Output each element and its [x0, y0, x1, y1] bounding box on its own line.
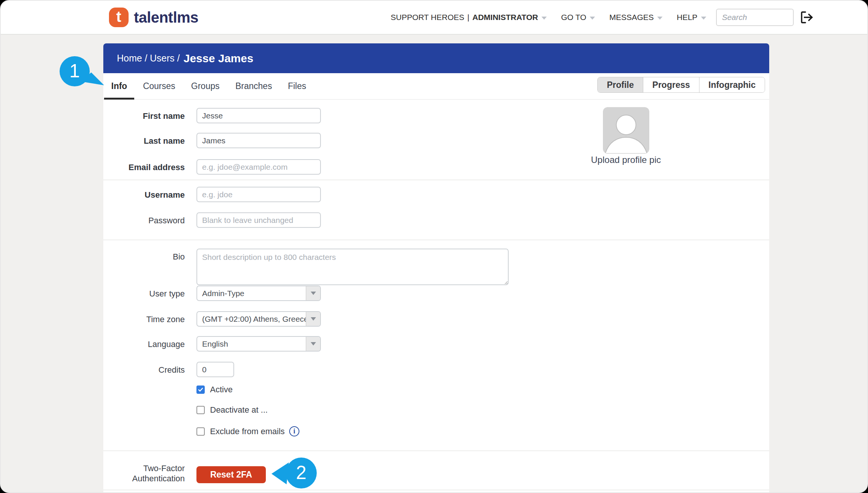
reset-2fa-button[interactable]: Reset 2FA: [196, 466, 266, 483]
active-checkbox-row[interactable]: Active: [196, 385, 233, 395]
credits-input[interactable]: [196, 362, 234, 377]
twofa-label-line2: Authentication: [103, 473, 185, 484]
section-divider: [103, 240, 769, 240]
logout-icon[interactable]: [800, 11, 814, 24]
username-input[interactable]: [196, 187, 321, 202]
section-divider: [103, 490, 769, 490]
search-input[interactable]: [716, 9, 794, 26]
select-caret-icon: [306, 312, 320, 326]
language-label: Language: [103, 339, 185, 349]
callout-1-badge: 1: [57, 54, 107, 91]
messages-menu[interactable]: MESSAGES: [609, 13, 663, 22]
username-label: Username: [103, 190, 185, 200]
exclude-emails-checkbox[interactable]: [196, 427, 205, 436]
main-content: Home / Users / Jesse James Info Courses …: [103, 43, 769, 493]
breadcrumb: Home / Users / Jesse James: [103, 43, 769, 73]
deactivate-checkbox-row[interactable]: Deactivate at ...: [196, 405, 268, 415]
top-navigation: SUPPORT HEROES | ADMINISTRATOR GO TO MES…: [391, 1, 814, 34]
tab-info[interactable]: Info: [104, 73, 134, 99]
section-divider: [103, 180, 769, 180]
exclude-emails-checkbox-label: Exclude from emails: [210, 427, 285, 436]
top-header: t talentlms SUPPORT HEROES | ADMINISTRAT…: [1, 1, 867, 35]
section-divider: [103, 450, 769, 451]
avatar[interactable]: [603, 107, 649, 154]
help-menu[interactable]: HELP: [677, 13, 706, 22]
user-info-form: First name Last name Email address Usern…: [103, 100, 769, 493]
first-name-input[interactable]: [196, 108, 321, 123]
tab-branches[interactable]: Branches: [228, 73, 279, 99]
last-name-label: Last name: [103, 136, 185, 146]
account-team-label: SUPPORT HEROES: [391, 13, 464, 22]
account-menu[interactable]: SUPPORT HEROES | ADMINISTRATOR: [391, 13, 547, 22]
view-infographic-button[interactable]: Infographic: [699, 77, 765, 92]
first-name-label: First name: [103, 111, 185, 121]
brand-name: talentlms: [134, 9, 198, 26]
credits-label: Credits: [103, 365, 185, 375]
email-input[interactable]: [196, 159, 321, 175]
language-select[interactable]: English: [196, 336, 321, 352]
time-zone-label: Time zone: [103, 315, 185, 324]
goto-label: GO TO: [561, 13, 586, 22]
help-label: HELP: [677, 13, 698, 22]
upload-profile-pic-link[interactable]: Upload profile pic: [569, 155, 682, 165]
account-separator: |: [467, 13, 469, 22]
twofa-label: Two-Factor Authentication: [103, 463, 185, 484]
tab-courses[interactable]: Courses: [136, 73, 182, 99]
twofa-label-line1: Two-Factor: [103, 463, 185, 473]
view-switch: Profile Progress Infographic: [597, 77, 765, 93]
callout-2-number: 2: [296, 462, 307, 483]
chevron-down-icon: [541, 17, 547, 20]
tab-files[interactable]: Files: [281, 73, 313, 99]
time-zone-select[interactable]: (GMT +02:00) Athens, Greece: [196, 311, 321, 327]
callout-2-badge: 2: [268, 456, 320, 492]
active-checkbox-label: Active: [210, 385, 233, 395]
tab-groups[interactable]: Groups: [184, 73, 227, 99]
screenshot-stage: t talentlms SUPPORT HEROES | ADMINISTRAT…: [0, 0, 868, 493]
language-value: English: [197, 339, 306, 349]
brand-logo[interactable]: t talentlms: [109, 1, 198, 34]
person-silhouette-icon: [603, 107, 649, 154]
time-zone-value: (GMT +02:00) Athens, Greece: [197, 315, 306, 324]
view-profile-button[interactable]: Profile: [598, 77, 643, 92]
user-type-value: Admin-Type: [197, 289, 306, 298]
email-label: Email address: [103, 163, 185, 172]
callout-1-number: 1: [69, 60, 80, 81]
password-input[interactable]: [196, 212, 321, 228]
user-type-label: User type: [103, 289, 185, 299]
chevron-down-icon: [657, 17, 663, 20]
active-checkbox[interactable]: [196, 385, 205, 394]
select-caret-icon: [306, 337, 320, 351]
page-title: Jesse James: [184, 52, 253, 65]
app-window: t talentlms SUPPORT HEROES | ADMINISTRAT…: [0, 0, 868, 493]
chevron-down-icon: [701, 17, 706, 20]
brand-logo-icon: t: [109, 8, 129, 27]
view-progress-button[interactable]: Progress: [643, 77, 699, 92]
account-role-label: ADMINISTRATOR: [472, 13, 538, 22]
deactivate-checkbox[interactable]: [196, 406, 205, 414]
bio-textarea[interactable]: [196, 249, 509, 285]
goto-menu[interactable]: GO TO: [561, 13, 595, 22]
messages-label: MESSAGES: [609, 13, 654, 22]
password-label: Password: [103, 216, 185, 226]
breadcrumb-path[interactable]: Home / Users /: [117, 53, 180, 64]
info-icon[interactable]: i: [289, 426, 299, 436]
check-icon: [198, 387, 204, 393]
last-name-input[interactable]: [196, 133, 321, 148]
user-tabs: Info Courses Groups Branches Files Profi…: [103, 73, 769, 100]
chevron-down-icon: [590, 17, 595, 20]
select-caret-icon: [306, 286, 320, 300]
bio-label: Bio: [103, 252, 185, 262]
user-type-select[interactable]: Admin-Type: [196, 286, 321, 301]
deactivate-checkbox-label: Deactivate at ...: [210, 405, 268, 415]
brand-glyph: t: [116, 9, 121, 24]
exclude-emails-checkbox-row[interactable]: Exclude from emails i: [196, 426, 299, 436]
